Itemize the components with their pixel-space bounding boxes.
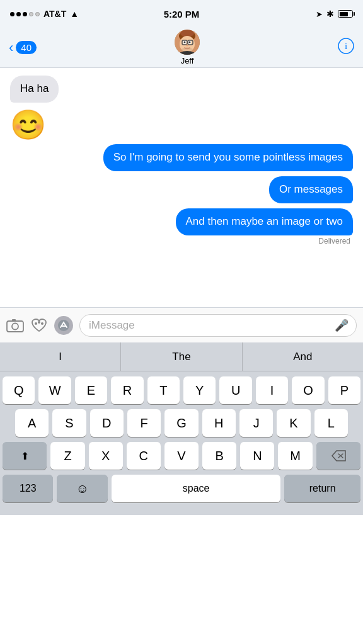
message-row-2: 😊 [10, 108, 353, 139]
emoji-message: 😊 [10, 110, 46, 139]
key-z[interactable]: Z [50, 442, 84, 470]
signal-dots [10, 12, 40, 16]
dot4 [29, 12, 33, 16]
message-row-1: Ha ha [10, 76, 353, 103]
battery [338, 10, 353, 18]
svg-text:i: i [345, 41, 347, 51]
key-v[interactable]: V [164, 442, 199, 470]
heart-icon[interactable] [30, 317, 48, 334]
key-d[interactable]: D [90, 409, 124, 437]
message-input-placeholder[interactable]: iMessage [89, 319, 335, 332]
keyboard: Q W E R T Y U I O P A S D F G H J K L ⬆ … [0, 371, 363, 515]
status-left: AT&T ▲ [10, 9, 79, 19]
app-store-icon[interactable] [54, 316, 73, 335]
contact-name[interactable]: Jeff [181, 56, 194, 65]
bubble-1: Ha ha [10, 76, 59, 103]
key-b[interactable]: B [202, 442, 236, 470]
suggestion-the[interactable]: The [121, 342, 242, 371]
key-u[interactable]: U [219, 376, 251, 404]
suggestion-and[interactable]: And [243, 342, 363, 371]
key-e[interactable]: E [75, 376, 107, 404]
message-text-5: And then maybe an image or two [186, 215, 343, 227]
dot2 [16, 12, 21, 16]
mic-icon[interactable]: 🎤 [335, 319, 349, 332]
svg-point-20 [38, 321, 40, 324]
svg-point-19 [35, 322, 37, 325]
messages-area: Ha ha 😊 So I'm going to send you some po… [0, 68, 363, 307]
svg-rect-16 [7, 321, 23, 332]
message-input-wrap[interactable]: iMessage 🎤 [79, 314, 357, 337]
svg-point-6 [184, 42, 186, 43]
arrow-icon: ➤ [316, 9, 323, 19]
battery-fill [340, 12, 348, 16]
dot5 [35, 12, 40, 16]
key-a[interactable]: A [15, 409, 49, 437]
bubble-3: So I'm going to send you some pointless … [103, 144, 353, 171]
svg-point-7 [189, 42, 191, 43]
key-k[interactable]: K [277, 409, 310, 437]
back-badge[interactable]: 40 [16, 41, 37, 54]
status-bar: AT&T ▲ 5:20 PM ➤ ✱ [0, 0, 363, 28]
message-row-5: And then maybe an image or two Delivered [10, 208, 353, 246]
dot3 [23, 12, 27, 16]
key-row-3: ⬆ Z X C V B N M [3, 442, 360, 470]
battery-body [338, 10, 353, 18]
message-text-4: Or messages [279, 183, 343, 195]
key-i[interactable]: I [256, 376, 288, 404]
status-right: ➤ ✱ [316, 9, 353, 19]
key-o[interactable]: O [292, 376, 324, 404]
numbers-key[interactable]: 123 [3, 475, 53, 502]
carrier-label: AT&T [43, 9, 66, 19]
key-f[interactable]: F [127, 409, 161, 437]
key-c[interactable]: C [127, 442, 161, 470]
message-text-1: Ha ha [20, 82, 49, 94]
nav-bar: ‹ 40 [0, 28, 363, 68]
key-j[interactable]: J [239, 409, 273, 437]
bluetooth-icon: ✱ [326, 9, 334, 19]
return-key[interactable]: return [284, 475, 360, 502]
key-q[interactable]: Q [3, 376, 35, 404]
camera-icon[interactable] [6, 318, 24, 333]
key-s[interactable]: S [52, 409, 86, 437]
key-h[interactable]: H [202, 409, 236, 437]
keyboard-bottom-padding [3, 507, 360, 512]
chevron-left-icon: ‹ [9, 41, 13, 55]
svg-point-17 [12, 323, 18, 329]
input-bar: iMessage 🎤 [0, 307, 363, 342]
message-text-3: So I'm going to send you some pointless … [113, 151, 343, 163]
key-row-2: A S D F G H J K L [3, 409, 360, 437]
key-y[interactable]: Y [183, 376, 216, 404]
key-g[interactable]: G [164, 409, 198, 437]
backspace-key[interactable] [316, 442, 360, 470]
key-row-bottom: 123 ☺ space return [3, 475, 360, 502]
svg-rect-18 [12, 319, 16, 322]
suggestions-bar: I The And [0, 342, 363, 371]
nav-center: Jeff [175, 30, 200, 65]
key-x[interactable]: X [89, 442, 123, 470]
key-t[interactable]: T [147, 376, 180, 404]
key-l[interactable]: L [314, 409, 348, 437]
message-row-4: Or messages [10, 176, 353, 203]
key-row-1: Q W E R T Y U I O P [3, 376, 360, 404]
dot1 [10, 12, 14, 16]
svg-point-11 [186, 45, 188, 47]
space-key[interactable]: space [112, 475, 280, 502]
delivered-label: Delivered [318, 237, 353, 246]
wifi-icon: ▲ [70, 9, 79, 19]
emoji-key[interactable]: ☺ [57, 475, 107, 502]
suggestion-i[interactable]: I [0, 342, 121, 371]
shift-key[interactable]: ⬆ [3, 442, 47, 470]
key-m[interactable]: M [278, 442, 312, 470]
bubble-4: Or messages [269, 176, 353, 203]
back-button[interactable]: ‹ 40 [9, 41, 37, 55]
key-p[interactable]: P [328, 376, 360, 404]
info-button[interactable]: i [338, 38, 354, 58]
avatar[interactable] [175, 30, 200, 55]
key-n[interactable]: N [240, 442, 274, 470]
status-time: 5:20 PM [164, 9, 200, 20]
message-row-3: So I'm going to send you some pointless … [10, 144, 353, 171]
bubble-5: And then maybe an image or two [176, 208, 353, 235]
key-r[interactable]: R [111, 376, 143, 404]
key-w[interactable]: W [38, 376, 71, 404]
svg-point-21 [41, 322, 43, 325]
